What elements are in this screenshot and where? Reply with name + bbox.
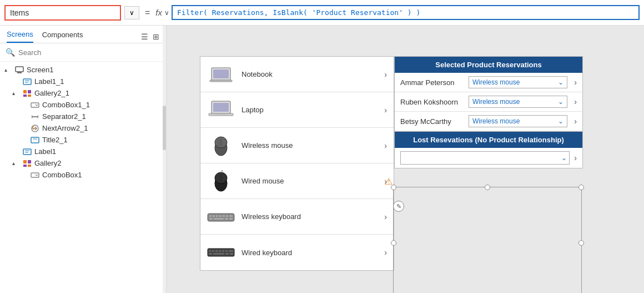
sidebar-tabs: Screens Components ☰ ⊞: [0, 26, 166, 43]
select-arrow-ruben: ⌄: [558, 98, 564, 106]
reservation-product-ammar: Wireless mouse: [472, 78, 520, 86]
reservation-name-betsy: Betsy McCarthy: [400, 117, 464, 126]
svg-marker-14: [37, 115, 38, 118]
search-input[interactable]: [18, 48, 160, 57]
product-arrow-bkeyboard[interactable]: ›: [384, 248, 387, 257]
sidebar-item-nextarrow2_1[interactable]: NextArrow2_1: [0, 122, 166, 134]
reservation-name-ammar: Ammar Peterson: [400, 78, 464, 87]
svg-rect-27: [28, 165, 31, 167]
product-name-laptop: Laptop: [242, 106, 378, 114]
reservation-row-betsy: Betsy McCarthy Wireless mouse ⌄ ›: [395, 112, 582, 131]
sidebar-item-gallery2[interactable]: ▴ Gallery2: [0, 157, 166, 169]
handle-tm[interactable]: [485, 185, 490, 190]
svg-rect-52: [214, 218, 224, 220]
combobox1-icon: [30, 172, 40, 178]
svg-rect-59: [219, 250, 221, 252]
handle-tr[interactable]: [578, 185, 584, 190]
product-list: Notebook › Laptop ›: [200, 56, 394, 271]
product-row-notebook[interactable]: Notebook ›: [200, 57, 394, 92]
sidebar-label-screen1: Screen1: [27, 66, 162, 74]
combobox-icon: [30, 102, 40, 108]
tree-toggle-gallery2_1[interactable]: ▴: [12, 90, 20, 96]
product-name-notebook: Notebook: [242, 70, 378, 78]
sidebar-label-combobox1: ComboBox1: [42, 171, 162, 179]
product-arrow-bmouse[interactable]: › ⚠: [384, 177, 387, 186]
reservation-row-ammar: Ammar Peterson Wireless mouse ⌄ ›: [395, 73, 582, 92]
fx-area: fx ∨: [155, 5, 640, 20]
tree-toggle-screen1[interactable]: ▴: [4, 67, 12, 73]
product-arrow-wkeyboard[interactable]: ›: [384, 212, 387, 221]
product-row-bmouse[interactable]: Wired mouse › ⚠: [200, 163, 394, 199]
sidebar-label-label1_1: Label1_1: [34, 77, 162, 86]
svg-rect-57: [212, 250, 214, 252]
svg-rect-44: [209, 215, 212, 217]
edit-handle[interactable]: ✎: [393, 201, 404, 212]
svg-rect-49: [226, 215, 228, 217]
items-dropdown-button[interactable]: ∨: [124, 6, 139, 19]
grid-view-icon[interactable]: ⊞: [153, 32, 159, 41]
sidebar-scrolltrack[interactable]: [163, 26, 166, 293]
separator-icon: [30, 113, 40, 120]
product-row-wmouse[interactable]: Wireless mouse ›: [200, 128, 394, 163]
svg-rect-50: [229, 215, 233, 217]
lost-chevron[interactable]: ›: [574, 153, 577, 162]
reservation-select-betsy[interactable]: Wireless mouse ⌄: [469, 115, 567, 127]
sidebar-label-nextarrow2_1: NextArrow2_1: [42, 124, 162, 132]
sidebar-item-screen1[interactable]: ▴ Screen1: [0, 64, 166, 76]
lost-select-empty[interactable]: ⌄: [400, 151, 570, 165]
bmouse-img: [207, 170, 235, 192]
tab-screens[interactable]: Screens: [7, 30, 33, 43]
svg-rect-10: [28, 95, 31, 97]
formula-input[interactable]: [172, 5, 640, 20]
svg-rect-62: [229, 250, 233, 252]
reservation-product-ruben: Wireless mouse: [472, 98, 520, 106]
sidebar-label-gallery2_1: Gallery2_1: [34, 89, 162, 97]
svg-rect-25: [28, 160, 31, 163]
product-name-wmouse: Wireless mouse: [242, 141, 378, 150]
formula-bar-left: ∨ =: [4, 5, 152, 21]
tree: ▴ Screen1 Label1_1 ▴ Gallery: [0, 62, 166, 293]
sidebar-item-title2_1[interactable]: Title2_1: [0, 134, 166, 146]
svg-rect-64: [213, 253, 224, 255]
product-arrow-laptop[interactable]: ›: [384, 106, 387, 115]
reservation-select-ammar[interactable]: Wireless mouse ⌄: [469, 76, 567, 88]
reservation-chevron-betsy[interactable]: ›: [574, 117, 577, 126]
tree-toggle-gallery2[interactable]: ▴: [12, 160, 20, 166]
items-input[interactable]: [4, 5, 121, 21]
sidebar: Screens Components ☰ ⊞ 🔍 ▴ Screen1: [0, 26, 167, 293]
reservation-select-ruben[interactable]: Wireless mouse ⌄: [469, 96, 567, 108]
product-arrow-notebook[interactable]: ›: [384, 70, 387, 79]
product-arrow-wmouse[interactable]: ›: [384, 141, 387, 150]
svg-rect-55: [208, 249, 234, 256]
fx-label: fx: [155, 8, 162, 17]
product-row-laptop[interactable]: Laptop ›: [200, 92, 394, 128]
bkeyboard-img: [207, 241, 235, 264]
sidebar-item-gallery2_1[interactable]: ▴ Gallery2_1: [0, 87, 166, 99]
sidebar-scrollthumb[interactable]: [163, 106, 166, 150]
svg-rect-46: [216, 215, 218, 217]
label-icon: [22, 78, 32, 85]
reservation-name-ruben: Ruben Kokshoorn: [400, 98, 464, 106]
tab-components[interactable]: Components: [42, 31, 83, 42]
handle-mr[interactable]: [578, 240, 584, 246]
sidebar-item-combobox1[interactable]: ComboBox1: [0, 169, 166, 181]
list-view-icon[interactable]: ☰: [141, 32, 148, 41]
canvas: Notebook › Laptop ›: [167, 26, 644, 293]
product-row-bkeyboard[interactable]: Wired keyboard ›: [200, 235, 394, 270]
reservation-chevron-ammar[interactable]: ›: [574, 78, 577, 87]
sidebar-item-combobox1_1[interactable]: ComboBox1_1: [0, 99, 166, 111]
select-arrow-ammar: ⌄: [558, 78, 564, 86]
svg-rect-60: [222, 250, 224, 252]
lost-panel-header: Lost Resevations (No Product Relationshi…: [395, 132, 582, 148]
svg-rect-8: [28, 90, 31, 93]
sidebar-item-separator2_1[interactable]: Separator2_1: [0, 111, 166, 122]
product-row-wkeyboard[interactable]: Wireless keyboard ›: [200, 199, 394, 235]
svg-rect-31: [210, 80, 232, 82]
nextarrow-icon: [30, 125, 40, 132]
fx-dropdown-button[interactable]: ∨: [164, 9, 169, 17]
sidebar-label-title2_1: Title2_1: [42, 136, 162, 144]
sidebar-item-label1[interactable]: Label1: [0, 146, 166, 157]
sidebar-item-label1_1[interactable]: Label1_1: [0, 76, 166, 87]
select-arrow-betsy: ⌄: [558, 117, 564, 125]
reservation-chevron-ruben[interactable]: ›: [574, 97, 577, 106]
